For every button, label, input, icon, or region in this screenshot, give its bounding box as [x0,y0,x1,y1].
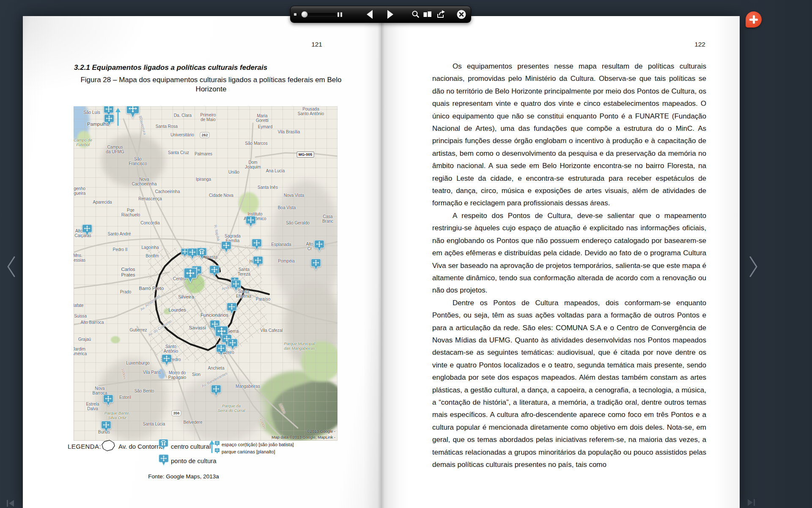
map-marker-ponto-de-cultura [161,354,172,367]
park-green [239,192,259,214]
page-number-right: 122 [659,41,705,48]
add-button[interactable] [746,11,762,28]
ponto-de-cultura-marker-icon [158,454,169,467]
map-label: Casa Branc [322,214,333,224]
map-label: Grajaú [78,337,91,342]
zoom-in-icon[interactable] [337,12,343,17]
park-green [77,131,91,148]
map-label: Alto Cr [306,242,313,251]
zoom-slider-knob[interactable] [301,11,308,18]
map-marker-ponto-de-cultura [227,338,238,351]
map-marker-ponto-de-cultura [104,114,115,127]
previous-page-chevron[interactable] [6,256,17,278]
next-page-button[interactable] [384,9,395,19]
road-shield: MG-005 [297,152,314,157]
map-label: Esplanada [271,242,291,247]
map-marker-ponto-de-cultura [310,258,321,271]
map-marker-ponto-de-cultura [251,238,262,251]
map-label: 1000m [121,368,126,379]
section-heading: 3.2.1 Equipamentos ligados a políticas c… [74,64,267,72]
map-label: Vila Cafezal [260,328,283,333]
legend-title: LEGENDA: [68,443,101,450]
terrain-east [284,282,337,369]
map-marker-centro-cultural [196,247,207,260]
skip-to-first-button[interactable] [6,499,15,508]
map-label: Vila Brasília [278,130,300,134]
map-label: Gutierrez [129,328,147,332]
map-marker-ponto-de-cultura [183,267,198,284]
map-label: Parque Bante. Silva Ortiz [104,411,130,420]
map-label: Cachoeirinha [155,189,180,194]
map-label: Santa Lúcia [143,422,165,426]
map-label: Palmares [195,152,212,156]
book-spread: 121 3.2.1 Equipamentos ligados a polític… [23,16,740,508]
road-shield: 262 [200,132,209,138]
zoom-out-icon[interactable] [294,13,296,16]
map-label: Av. Amazonas [140,294,161,312]
map-label: Cidade Nova [209,193,233,198]
map-label: a Suissa [74,314,87,318]
map-label: Lourdes [168,307,186,313]
main-roads [74,106,337,441]
figure-source: Fonte: Google Maps, 2013a [120,473,247,480]
map-marker-ponto-de-cultura [103,394,114,407]
map-figure: ©2013 Google - Map data ©2013 Google, Ma… [74,106,337,441]
legend-ponto-cultura-label: ponto de cultura [171,457,217,464]
map-label: Alto Barroca [80,320,104,325]
map-label: Maria Goretti [256,113,269,123]
map-label: 1200m [278,403,286,414]
map-label: União [228,170,239,174]
legend-contorno-label: Av. do Contorno [118,443,164,450]
map-marker-ponto-de-cultura [314,240,325,252]
map-marker-ponto-de-cultura [211,384,222,397]
search-icon[interactable] [411,9,421,19]
close-button[interactable] [456,9,466,19]
map-label: Santa Tereza [238,267,250,276]
map-label: São Marcos [245,141,267,146]
map-label: Lagoinha [141,245,159,250]
map-label: Santa Rosa [156,124,178,129]
map-label: Primeiro de Maio [200,113,216,122]
share-icon[interactable] [436,9,446,19]
map-label: R. Itajubá [213,224,221,241]
previous-page-button[interactable] [365,9,376,19]
mangabeiras-green [301,341,337,381]
plus-icon [753,15,755,24]
map-label: Boa Vista [278,205,296,210]
map-label: Carlos Prates [121,267,135,278]
map-label: Estoril [119,395,131,400]
small-marker-icon [214,448,220,454]
map-label: Estrela Dalva [86,402,99,411]
map-label: Mangabeiras [236,384,260,389]
terrain-south [177,376,266,441]
map-label: Bonfim [145,254,159,258]
water-pampulha [74,106,90,141]
paragraph: A respeito dos Pontos de Cultura, deve-s… [432,210,706,297]
map-label: Pousada Santo Antônio [298,107,324,116]
map-label: Av. do Contorno [147,319,172,337]
map-label: Calafate [74,303,84,308]
viewer-toolbar [290,6,471,23]
road-shield: 356 [171,410,181,416]
contorno-outline-icon [101,439,116,452]
map-marker-ponto-de-cultura [216,344,227,356]
map-label: Morro do Papagaio [168,370,186,380]
map-label: Nova Cachoeirinha [132,177,157,186]
downtown-street-grid [137,242,268,364]
map-copyright-line1: ©2013 Google - [307,429,335,433]
next-page-chevron[interactable] [748,256,759,278]
skip-to-last-button[interactable] [746,498,756,507]
map-label: Dom Joaquim [245,160,261,169]
page-thumbnails-icon[interactable] [422,9,433,19]
map-label: Anchieta [208,366,225,370]
map-label: Eymard [258,124,272,129]
map-label: Santo André [107,232,131,236]
page-121: 121 3.2.1 Equipamentos ligados a polític… [23,16,381,508]
map-label: Paraíso [256,297,270,301]
map-label: Santo Antônio [164,344,178,353]
map-label: Renascença [138,196,162,201]
map-label: Pompéia [278,259,294,263]
map-label: São Bento [134,389,154,393]
map-label: São Luís [83,110,100,115]
map-marker-ponto-de-cultura [230,279,241,292]
